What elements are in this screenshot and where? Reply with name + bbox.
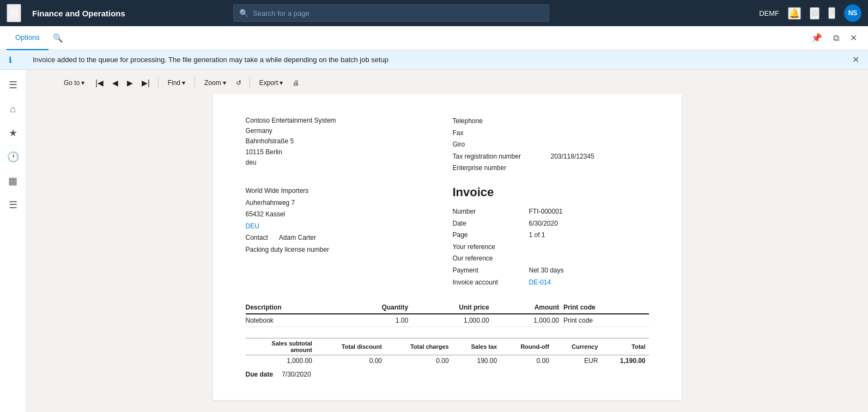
row-description: Notebook [246, 314, 341, 327]
customer-street: Auherhahnweg 7 [246, 197, 442, 209]
totals-row: 1,000.00 0.00 0.00 190.00 0.00 EUR 1,190… [246, 355, 649, 367]
zoom-chevron-icon: ▾ [223, 79, 226, 87]
customer-city: 65432 Kassel [246, 209, 442, 221]
seller-info: Contoso Entertainment System Germany Bah… [246, 116, 442, 174]
nav-group: |◀ ◀ ▶ ▶| [92, 76, 153, 89]
tax-reg-value: 203/118/12345 [551, 151, 594, 163]
page-value: 1 of 1 [529, 229, 545, 241]
seller-name: Contoso Entertainment System [246, 116, 442, 126]
goto-group: Go to ▾ [59, 77, 89, 89]
goto-label: Go to [64, 79, 80, 87]
sales-subtotal-header: Sales subtotal [271, 340, 312, 347]
sidebar-favorites-icon[interactable]: ★ [2, 122, 24, 144]
invoice-title: Invoice [453, 185, 649, 199]
find-label: Find [168, 79, 180, 87]
pin-button[interactable]: 📌 [807, 31, 827, 45]
totals-col-tax: Sales tax [452, 338, 501, 355]
invoice-title-section: Invoice NumberFTI-000001 Date6/30/2020 P… [453, 185, 649, 288]
export-group: Export ▾ 🖨 [254, 77, 304, 89]
col-description: Description [246, 301, 341, 314]
search-bar[interactable]: 🔍 [233, 4, 549, 22]
table-row: Notebook 1.00 1,000.00 1,000.00 Print co… [246, 314, 649, 327]
info-banner: ℹ Invoice added to the queue for process… [0, 50, 868, 70]
invoice-account-value[interactable]: DE-014 [529, 277, 551, 289]
seller-country: Germany [246, 126, 442, 136]
customer-section: World Wide Importers Auherhahnweg 7 6543… [246, 185, 649, 288]
row-quantity: 1.00 [340, 314, 412, 327]
totals-col-round-off: Round-off [500, 338, 553, 355]
customer-country-code[interactable]: DEU [246, 221, 442, 233]
toolbar-icons: 📌 ⧉ ✕ [807, 31, 861, 45]
fax-label: Fax [453, 128, 551, 140]
due-date-row: Due date 7/30/2020 [246, 371, 649, 378]
goto-chevron-icon: ▾ [81, 79, 84, 87]
toolbar-separator-1 [158, 77, 159, 88]
refresh-button[interactable]: ↺ [232, 77, 245, 89]
sidebar-recent-icon[interactable]: 🕐 [2, 146, 24, 168]
tab-options[interactable]: Options [7, 26, 48, 50]
sidebar: ☰ ⌂ ★ 🕐 ▦ ☰ [0, 70, 26, 412]
toolbar-separator-3 [250, 77, 250, 88]
date-label: Date [453, 218, 529, 230]
info-icon: ℹ [9, 55, 12, 65]
telephone-label: Telephone [453, 116, 551, 128]
discount-value: 0.00 [315, 355, 385, 367]
popout-button[interactable]: ⧉ [829, 31, 843, 45]
charges-value: 0.00 [385, 355, 452, 367]
seller-locale: deu [246, 157, 442, 168]
last-page-button[interactable]: ▶| [138, 76, 154, 89]
row-amount: 1,000.00 [494, 314, 563, 327]
invoice-account-label: Invoice account [453, 277, 529, 289]
col-print-code: Print code [563, 301, 648, 314]
due-date-label: Due date [246, 371, 274, 378]
seller-city: 10115 Berlin [246, 147, 442, 157]
sidebar-workspaces-icon[interactable]: ▦ [2, 170, 24, 192]
close-button[interactable]: ✕ [846, 31, 861, 45]
main-content: Go to ▾ |◀ ◀ ▶ ▶| Find ▾ Zoom [26, 70, 868, 412]
find-chevron-icon: ▾ [182, 79, 185, 87]
invoice-table: Description Quantity Unit price Amount P… [246, 301, 649, 327]
export-label: Export [259, 79, 278, 87]
help-icon[interactable]: ? [828, 7, 835, 19]
sub-toolbar: Options 🔍 📌 ⧉ ✕ [0, 26, 868, 50]
round-off-value: 0.00 [500, 355, 553, 367]
app-grid-icon[interactable]: ⊞ [7, 4, 21, 22]
prev-page-button[interactable]: ◀ [108, 76, 122, 89]
date-value: 6/30/2020 [529, 218, 558, 230]
our-ref-label: Our reference [453, 253, 529, 265]
tax-value: 190.00 [452, 355, 501, 367]
avatar[interactable]: NS [844, 4, 861, 22]
totals-section: Sales subtotal amount Total discount Tot… [246, 338, 649, 378]
zoom-button[interactable]: Zoom ▾ [199, 77, 231, 89]
find-button[interactable]: Find ▾ [163, 77, 190, 89]
sub-search-icon[interactable]: 🔍 [48, 31, 68, 45]
settings-icon[interactable]: ⚙ [810, 7, 820, 20]
sidebar-modules-icon[interactable]: ☰ [2, 194, 24, 216]
sidebar-home-icon[interactable]: ⌂ [2, 98, 24, 120]
invoice-meta: NumberFTI-000001 Date6/30/2020 Page1 of … [453, 206, 649, 288]
search-input[interactable] [253, 9, 543, 17]
invoice-header-grid: Contoso Entertainment System Germany Bah… [246, 116, 649, 174]
goto-button[interactable]: Go to ▾ [59, 77, 89, 89]
page-label: Page [453, 229, 529, 241]
app-title: Finance and Operations [32, 9, 125, 18]
report-toolbar: Go to ▾ |◀ ◀ ▶ ▶| Find ▾ Zoom [26, 70, 868, 94]
banner-close-button[interactable]: ✕ [852, 54, 859, 65]
export-button[interactable]: Export ▾ [254, 77, 288, 89]
seller-right-info: Telephone Fax Giro Tax registration numb… [453, 116, 649, 174]
number-label: Number [453, 206, 529, 218]
print-button[interactable]: 🖨 [289, 77, 303, 89]
first-page-button[interactable]: |◀ [92, 76, 107, 89]
notifications-icon[interactable]: 🔔 [788, 7, 801, 20]
next-page-button[interactable]: ▶ [123, 76, 137, 89]
totals-col-charges: Total charges [385, 338, 452, 355]
payment-label: Payment [453, 265, 529, 277]
totals-col-subtotal-label: Sales subtotal amount [246, 338, 315, 355]
sidebar-menu-button[interactable]: ☰ [2, 74, 24, 96]
zoom-label: Zoom [204, 79, 221, 87]
due-date-value: 7/30/2020 [282, 371, 311, 378]
search-icon: 🔍 [239, 9, 248, 17]
subtotal-value: 1,000.00 [246, 355, 315, 367]
nav-right: DEMF 🔔 ⚙ ? NS [759, 4, 861, 22]
banner-message: Invoice added to the queue for processin… [33, 56, 389, 64]
